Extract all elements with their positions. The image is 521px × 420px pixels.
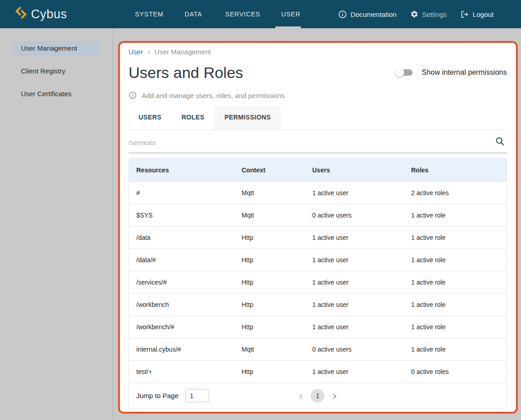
tab-users[interactable]: USERS xyxy=(129,105,171,130)
brand-name: Cybus xyxy=(31,7,67,21)
settings-label: Settings xyxy=(422,10,447,18)
cell-context: Http xyxy=(242,234,312,241)
cell-roles: 1 active role xyxy=(411,256,506,264)
cell-users: 1 active user xyxy=(312,279,411,286)
show-internal-permissions-toggle[interactable] xyxy=(397,69,413,76)
cell-resource: /data/# xyxy=(129,256,242,264)
page-subtitle: Add and manage users, roles, and permiss… xyxy=(142,92,285,99)
sidebar: User Management Client Registry User Cer… xyxy=(0,28,113,420)
cell-users: 0 active users xyxy=(312,212,411,219)
cell-roles: 1 active role xyxy=(411,346,506,353)
info-icon xyxy=(129,91,137,99)
cell-roles: 1 active role xyxy=(411,212,506,219)
table-footer: Jump to Page ‹ 1 › xyxy=(129,383,506,408)
permissions-table: Resources Context Users Roles # Mqtt 1 a… xyxy=(129,158,507,409)
nav-tab-services[interactable]: SERVICES xyxy=(225,0,260,28)
breadcrumb: User › User Management xyxy=(129,47,507,56)
cell-resource: /services/# xyxy=(129,279,242,286)
column-header-roles: Roles xyxy=(411,166,506,174)
cell-resource: /workbench/# xyxy=(129,323,242,331)
page-title: Users and Roles xyxy=(129,64,243,82)
table-row[interactable]: /workbench/# Http 1 active user 1 active… xyxy=(129,316,506,338)
column-header-users: Users xyxy=(312,166,411,174)
cell-context: Http xyxy=(242,279,312,286)
cell-users: 1 active user xyxy=(312,234,411,241)
tab-roles[interactable]: ROLES xyxy=(171,105,214,130)
cell-resource: $SYS xyxy=(129,212,242,219)
page-number-button[interactable]: 1 xyxy=(311,389,325,403)
cell-context: Http xyxy=(242,368,312,375)
tab-bar: USERS ROLES PERMISSIONS xyxy=(129,105,507,130)
logout-button[interactable]: Logout xyxy=(460,10,494,19)
logout-label: Logout xyxy=(473,10,494,18)
cell-roles: 1 active role xyxy=(411,323,506,331)
search-icon[interactable] xyxy=(495,136,505,148)
internal-permissions-toggle-group: Show internal permissions xyxy=(397,68,507,77)
settings-button[interactable]: Settings xyxy=(410,10,447,18)
logout-icon xyxy=(460,10,469,19)
table-row[interactable]: /services/# Http 1 active user 1 active … xyxy=(129,271,506,294)
column-header-resources: Resources xyxy=(129,166,242,174)
cell-resource: /data xyxy=(129,234,242,241)
table-row[interactable]: /workbench Http 1 active user 1 active r… xyxy=(129,294,506,316)
cell-context: Mqtt xyxy=(242,189,312,197)
sidebar-item-client-registry[interactable]: Client Registry xyxy=(14,64,99,78)
cell-context: Http xyxy=(242,301,312,308)
documentation-button[interactable]: Documentation xyxy=(338,10,397,19)
cell-roles: 1 active role xyxy=(411,301,506,308)
table-row[interactable]: /data/# Http 1 active user 1 active role xyxy=(129,249,506,271)
cell-resource: internal.cybus/# xyxy=(129,346,242,353)
table-row[interactable]: test/+ Http 1 active user 0 active roles xyxy=(129,361,506,383)
search-bar xyxy=(129,130,507,153)
table-header-row: Resources Context Users Roles xyxy=(129,158,506,182)
cell-users: 1 active user xyxy=(312,256,411,264)
table-body: # Mqtt 1 active user 2 active roles $SYS… xyxy=(129,182,506,383)
table-row[interactable]: internal.cybus/# Mqtt 0 active users 1 a… xyxy=(129,338,506,361)
cell-context: Http xyxy=(242,323,312,331)
next-page-icon[interactable]: › xyxy=(332,389,337,403)
gear-icon xyxy=(410,10,418,18)
cell-roles: 1 active role xyxy=(411,279,506,286)
sidebar-item-user-certificates[interactable]: User Certificates xyxy=(14,87,99,101)
sidebar-item-user-management[interactable]: User Management xyxy=(14,41,99,56)
active-tab-indicator xyxy=(275,26,301,28)
cell-roles: 0 active roles xyxy=(411,368,506,375)
cell-roles: 2 active roles xyxy=(411,189,506,197)
cell-users: 1 active user xyxy=(312,323,411,331)
cybus-logo-icon xyxy=(15,6,27,23)
tab-permissions[interactable]: PERMISSIONS xyxy=(214,105,281,130)
breadcrumb-link-user[interactable]: User xyxy=(129,48,143,56)
info-icon xyxy=(338,10,347,19)
previous-page-icon[interactable]: ‹ xyxy=(299,389,303,403)
cell-users: 1 active user xyxy=(312,301,411,308)
pagination: ‹ 1 › xyxy=(299,389,337,403)
nav-tab-system[interactable]: SYSTEM xyxy=(135,0,163,28)
brand-logo[interactable]: Cybus xyxy=(15,0,67,28)
cell-roles: 1 active role xyxy=(411,234,506,241)
table-row[interactable]: # Mqtt 1 active user 2 active roles xyxy=(129,182,506,204)
main-content-highlighted: User › User Management Users and Roles S… xyxy=(118,41,518,414)
cell-context: Mqtt xyxy=(242,346,312,353)
jump-to-page-input[interactable] xyxy=(186,389,209,402)
jump-to-page-label: Jump to Page xyxy=(136,392,179,399)
table-row[interactable]: /data Http 1 active user 1 active role xyxy=(129,227,506,249)
toggle-knob xyxy=(395,68,404,77)
cell-context: Http xyxy=(242,256,312,264)
breadcrumb-current: User Management xyxy=(155,48,211,56)
documentation-label: Documentation xyxy=(351,10,397,18)
search-input[interactable] xyxy=(129,130,507,153)
cell-resource: /workbench xyxy=(129,301,242,308)
toggle-label: Show internal permissions xyxy=(422,68,507,77)
cell-users: 0 active users xyxy=(312,346,411,353)
cell-context: Mqtt xyxy=(242,212,312,219)
cell-resource: test/+ xyxy=(129,368,242,375)
top-navbar: Cybus SYSTEM DATA SERVICES USER Document… xyxy=(0,0,521,28)
chevron-right-icon: › xyxy=(148,48,150,56)
table-row[interactable]: $SYS Mqtt 0 active users 1 active role xyxy=(129,204,506,227)
column-header-context: Context xyxy=(242,166,312,174)
cell-users: 1 active user xyxy=(312,189,411,197)
nav-tab-user[interactable]: USER xyxy=(281,0,300,28)
cell-users: 1 active user xyxy=(312,368,411,375)
nav-tab-data[interactable]: DATA xyxy=(185,0,202,28)
navbar-actions: Documentation Settings Logout xyxy=(338,0,494,28)
